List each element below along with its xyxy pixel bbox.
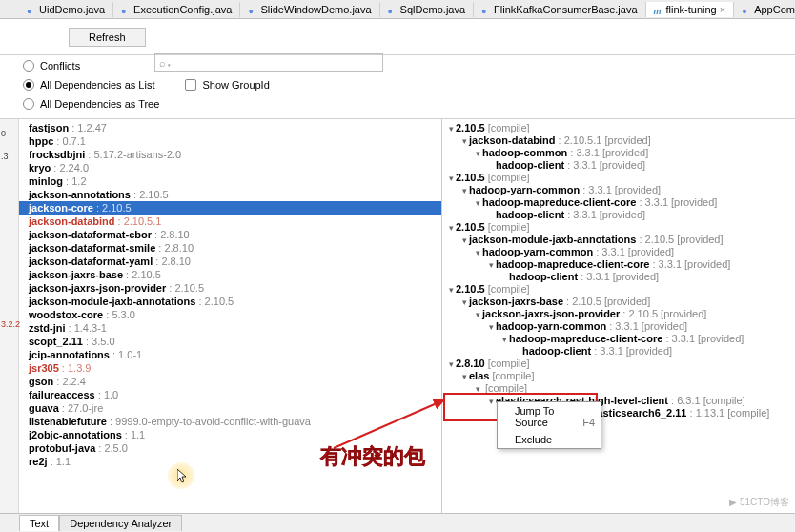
tree-node[interactable]: ▾hadoop-mapreduce-client-core : 3.3.1 [p… <box>446 195 791 208</box>
dep-zstd-jni[interactable]: zstd-jni : 1.4.3-1 <box>19 321 441 335</box>
ctx-exclude[interactable]: Exclude <box>498 431 601 448</box>
tree-twisty-icon[interactable]: ▾ <box>446 124 456 133</box>
tree-node-version: : 2.10.5 <box>563 296 604 307</box>
tab-executionconfig-java[interactable]: ExecutionConfig.java <box>113 2 240 17</box>
tree-twisty-icon[interactable]: ▾ <box>459 136 469 146</box>
dependency-tree-pane: ▾2.10.5 [compile]▾jackson-databind : 2.1… <box>442 119 795 513</box>
dep-name: jackson-annotations <box>29 189 131 200</box>
dep-j2objc-annotations[interactable]: j2objc-annotations : 1.1 <box>19 428 441 441</box>
ctx-jump-to-source[interactable]: Jump To SourceF4 <box>498 402 601 431</box>
tab-text[interactable]: Text <box>19 515 59 531</box>
tree-node-name: hadoop-common <box>482 147 567 158</box>
tab-flinkkafkaconsumerbase-java[interactable]: FlinkKafkaConsumerBase.java <box>474 2 645 17</box>
tree-node[interactable]: ▾elas [compile] <box>446 369 791 381</box>
dep-listenablefuture[interactable]: listenablefuture : 9999.0-empty-to-avoid… <box>19 415 441 428</box>
tree-node[interactable]: ▾jackson-module-jaxb-annotations : 2.10.… <box>446 233 791 245</box>
refresh-button[interactable]: Refresh <box>69 28 146 47</box>
radio-conflicts[interactable] <box>23 60 34 72</box>
dep-jackson-dataformat-yaml[interactable]: jackson-dataformat-yaml : 2.8.10 <box>19 255 441 268</box>
dep-failureaccess[interactable]: failureaccess : 1.0 <box>19 388 441 401</box>
dep-kryo[interactable]: kryo : 2.24.0 <box>19 161 441 174</box>
dep-name: guava <box>29 402 59 414</box>
tree-node-name: hadoop-mapreduce-client-core <box>482 196 636 208</box>
dep-jackson-core[interactable]: jackson-core : 2.10.5 <box>19 201 441 215</box>
tree-twisty-icon[interactable]: ▾ <box>473 384 482 394</box>
tree-twisty-icon[interactable]: ▾ <box>486 322 496 332</box>
tab-dependency-analyzer[interactable]: Dependency Analyzer <box>59 515 182 531</box>
tree-twisty-icon[interactable]: ▾ <box>486 260 496 270</box>
tree-twisty-icon[interactable]: ▾ <box>473 310 482 319</box>
tree-node-version: : 3.3.1 <box>593 246 628 257</box>
dep-woodstox-core[interactable]: woodstox-core : 5.3.0 <box>19 308 441 321</box>
tree-node[interactable]: ▾hadoop-yarn-common : 3.3.1 [provided] <box>446 183 791 195</box>
tree-twisty-icon[interactable]: ▾ <box>459 235 469 245</box>
tree-node[interactable]: ▾ [compile] <box>446 381 791 394</box>
dep-jcip-annotations[interactable]: jcip-annotations : 1.0-1 <box>19 348 441 361</box>
dep-jackson-dataformat-cbor[interactable]: jackson-dataformat-cbor : 2.8.10 <box>19 228 441 241</box>
dep-frocksdbjni[interactable]: frocksdbjni : 5.17.2-artisans-2.0 <box>19 148 441 161</box>
tree-node-name: jackson-module-jaxb-annotations <box>469 234 636 245</box>
dep-jackson-databind[interactable]: jackson-databind : 2.10.5.1 <box>19 215 441 228</box>
dep-re2j[interactable]: re2j : 1.1 <box>19 455 441 468</box>
dep-minlog[interactable]: minlog : 1.2 <box>19 174 441 188</box>
tree-twisty-icon[interactable]: ▾ <box>473 248 482 257</box>
search-input[interactable]: ⌕▾ <box>154 53 383 72</box>
tree-twisty-icon[interactable]: ▾ <box>459 297 469 307</box>
radio-all-list[interactable] <box>23 79 34 91</box>
tree-node[interactable]: ▾2.10.5 [compile] <box>446 282 791 295</box>
dep-jackson-annotations[interactable]: jackson-annotations : 2.10.5 <box>19 188 441 201</box>
tree-node[interactable]: ▾hadoop-mapreduce-client-core : 3.3.1 [p… <box>446 332 791 344</box>
dep-name: scopt_2.11 <box>29 336 83 347</box>
dep-jackson-jaxrs-base[interactable]: jackson-jaxrs-base : 2.10.5 <box>19 268 441 281</box>
tab-appcommon-java[interactable]: AppCommon.java <box>734 2 795 17</box>
dep-guava[interactable]: guava : 27.0-jre <box>19 401 441 415</box>
tree-node[interactable]: hadoop-client : 3.3.1 [provided] <box>446 158 791 171</box>
radio-all-tree[interactable] <box>23 98 34 110</box>
checkbox-show-groupid[interactable] <box>185 79 196 91</box>
dep-jackson-dataformat-smile[interactable]: jackson-dataformat-smile : 2.8.10 <box>19 241 441 255</box>
tree-twisty-icon[interactable]: ▾ <box>446 285 456 295</box>
dep-jsr305[interactable]: jsr305 : 1.3.9 <box>19 361 441 375</box>
tree-node[interactable]: hadoop-client : 3.3.1 [provided] <box>446 344 791 357</box>
tree-twisty-icon[interactable]: ▾ <box>473 198 482 208</box>
tree-node[interactable]: ▾2.10.5 [compile] <box>446 220 791 233</box>
tree-node[interactable]: hadoop-client : 3.3.1 [provided] <box>446 208 791 220</box>
toolbar: Refresh <box>0 19 795 55</box>
tree-node[interactable]: ▾hadoop-yarn-common : 3.3.1 [provided] <box>446 319 791 332</box>
tree-twisty-icon[interactable]: ▾ <box>499 335 509 344</box>
tree-node-scope: [compile] <box>488 122 530 133</box>
tab-slidewindowdemo-java[interactable]: SlideWindowDemo.java <box>240 2 379 17</box>
dep-version: : 3.5.0 <box>83 336 115 347</box>
tree-twisty-icon[interactable]: ▾ <box>446 223 456 233</box>
tree-node[interactable]: ▾jackson-jaxrs-json-provider : 2.10.5 [p… <box>446 307 791 319</box>
tree-node[interactable]: ▾hadoop-yarn-common : 3.3.1 [provided] <box>446 245 791 257</box>
dep-scopt_2.11[interactable]: scopt_2.11 : 3.5.0 <box>19 335 441 348</box>
dep-version: : 0.7.1 <box>53 135 86 147</box>
tree-node[interactable]: ▾hadoop-mapreduce-client-core : 3.3.1 [p… <box>446 257 791 270</box>
tab-uiddemo-java[interactable]: UidDemo.java <box>19 2 113 17</box>
tree-node[interactable]: ▾2.10.5 [compile] <box>446 171 791 183</box>
dep-jackson-jaxrs-json-provider[interactable]: jackson-jaxrs-json-provider : 2.10.5 <box>19 281 441 295</box>
dep-protobuf-java[interactable]: protobuf-java : 2.5.0 <box>19 441 441 455</box>
tree-twisty-icon[interactable]: ▾ <box>459 372 469 381</box>
tree-node[interactable]: ▾jackson-databind : 2.10.5.1 [provided] <box>446 133 791 146</box>
tab-flink-tuning[interactable]: flink-tuning × <box>646 2 735 17</box>
tree-node[interactable]: ▾2.10.5 [compile] <box>446 121 791 133</box>
tree-twisty-icon[interactable]: ▾ <box>459 186 469 195</box>
tree-node[interactable]: ▾2.8.10 [compile] <box>446 357 791 369</box>
tree-twisty-icon[interactable]: ▾ <box>486 397 496 406</box>
tree-node-name: hadoop-yarn-common <box>469 184 580 195</box>
tree-node[interactable]: ▾hadoop-common : 3.3.1 [provided] <box>446 146 791 158</box>
dep-gson[interactable]: gson : 2.2.4 <box>19 375 441 388</box>
tree-twisty-icon[interactable]: ▾ <box>473 149 482 158</box>
dep-jackson-module-jaxb-annotations[interactable]: jackson-module-jaxb-annotations : 2.10.5 <box>19 295 441 308</box>
dep-fastjson[interactable]: fastjson : 1.2.47 <box>19 121 441 134</box>
tree-twisty-icon[interactable]: ▾ <box>446 174 456 183</box>
tab-sqldemo-java[interactable]: SqlDemo.java <box>380 2 474 17</box>
filter-options: ⌕▾ Conflicts All Dependencies as List Sh… <box>0 55 795 119</box>
tree-node[interactable]: hadoop-client : 3.3.1 [provided] <box>446 270 791 282</box>
tree-twisty-icon[interactable]: ▾ <box>446 359 456 369</box>
tree-node[interactable]: ▾jackson-jaxrs-base : 2.10.5 [provided] <box>446 295 791 307</box>
tree-node-name: 2.10.5 <box>456 283 485 295</box>
dep-hppc[interactable]: hppc : 0.7.1 <box>19 134 441 148</box>
